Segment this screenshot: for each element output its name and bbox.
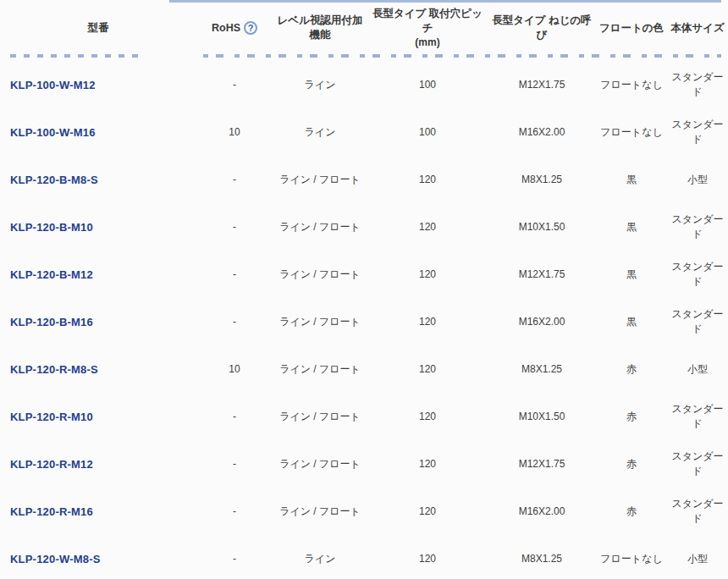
model-cell: KLP-120-B-M16	[0, 316, 196, 328]
model-link[interactable]: KLP-120-R-M8-S	[10, 363, 98, 376]
model-link[interactable]: KLP-120-B-M8-S	[10, 174, 98, 186]
hole-pitch-value: 120	[367, 505, 488, 517]
product-table: 型番 RoHS ? レベル視認用付加機能 長型タイプ 取付穴ピッチ (mm) 長…	[0, 0, 728, 54]
float-color-value: 黒	[596, 267, 667, 282]
model-cell: KLP-120-W-M8-S	[0, 553, 196, 565]
model-link[interactable]: KLP-120-B-M12	[10, 268, 93, 281]
table-row: KLP-120-R-M12 - ライン / フロート 120 M12X1.75 …	[0, 440, 728, 488]
model-cell: KLP-120-B-M10	[0, 221, 196, 234]
hole-pitch-value: 100	[367, 79, 488, 91]
model-cell: KLP-120-R-M16	[0, 505, 196, 518]
rohs-value: -	[196, 505, 273, 517]
screw-size-value: M12X1.75	[488, 458, 596, 470]
table-row: KLP-120-W-M8-S - ライン 120 M8X1.25 フロートなし …	[0, 535, 728, 579]
column-header-hole-pitch-label: 長型タイプ 取付穴ピッチ	[367, 7, 488, 36]
clipped-row-remnant-right	[203, 54, 721, 58]
level-function-value: ライン	[273, 552, 367, 566]
body-size-value: スタンダード	[667, 260, 728, 289]
model-cell: KLP-120-B-M8-S	[0, 174, 196, 186]
float-color-value: 赤	[596, 410, 667, 424]
level-function-value: ライン / フロート	[273, 220, 367, 234]
model-link[interactable]: KLP-120-B-M16	[10, 316, 93, 328]
body-size-value: スタンダード	[667, 212, 728, 241]
table-row: KLP-120-B-M16 - ライン / フロート 120 M16X2.00 …	[0, 298, 728, 345]
level-function-value: ライン / フロート	[273, 173, 367, 187]
model-link[interactable]: KLP-100-W-M12	[10, 79, 96, 91]
table-body: KLP-100-W-M12 - ライン 100 M12X1.75 フロートなし …	[0, 61, 728, 579]
table-row: KLP-100-W-M16 10 ライン 100 M16X2.00 フロートなし…	[0, 108, 728, 156]
float-color-value: フロートなし	[596, 552, 667, 566]
float-color-value: 黒	[596, 173, 667, 187]
table-row: KLP-120-R-M16 - ライン / フロート 120 M16X2.00 …	[0, 488, 728, 535]
table-row: KLP-120-R-M8-S 10 ライン / フロート 120 M8X1.25…	[0, 345, 728, 393]
table-row: KLP-120-R-M10 - ライン / フロート 120 M10X1.50 …	[0, 393, 728, 440]
model-cell: KLP-120-R-M8-S	[0, 363, 196, 376]
level-function-value: ライン / フロート	[273, 457, 367, 471]
column-header-float-color: フロートの色	[596, 21, 667, 36]
screw-size-value: M16X2.00	[488, 316, 596, 328]
level-function-value: ライン	[273, 78, 367, 92]
screw-size-value: M16X2.00	[488, 126, 596, 138]
float-color-value: フロートなし	[596, 78, 667, 92]
column-header-hole-pitch-unit: (mm)	[367, 36, 488, 49]
level-function-value: ライン	[273, 125, 367, 140]
rohs-value: -	[196, 221, 273, 233]
hole-pitch-value: 120	[367, 458, 488, 470]
column-header-hole-pitch: 長型タイプ 取付穴ピッチ (mm)	[367, 7, 488, 49]
column-header-body-size: 本体サイズ	[667, 21, 728, 36]
hole-pitch-value: 120	[367, 411, 488, 422]
screw-size-value: M8X1.25	[488, 174, 596, 185]
hole-pitch-value: 120	[367, 553, 488, 565]
body-size-value: 小型	[667, 173, 728, 187]
model-link[interactable]: KLP-120-R-M16	[10, 505, 93, 518]
hole-pitch-value: 120	[367, 174, 488, 185]
model-link[interactable]: KLP-120-W-M8-S	[10, 553, 101, 565]
rohs-value: -	[196, 553, 273, 565]
model-cell: KLP-100-W-M12	[0, 79, 196, 91]
model-link[interactable]: KLP-120-B-M10	[10, 221, 93, 234]
hole-pitch-value: 120	[367, 363, 488, 375]
hole-pitch-value: 120	[367, 316, 488, 328]
model-cell: KLP-120-R-M12	[0, 458, 196, 471]
column-header-model: 型番	[0, 21, 196, 36]
rohs-value: -	[196, 411, 273, 422]
hole-pitch-value: 120	[367, 221, 488, 233]
body-size-value: スタンダード	[667, 449, 728, 478]
rohs-value: -	[196, 174, 273, 185]
model-cell: KLP-120-R-M10	[0, 411, 196, 423]
model-link[interactable]: KLP-120-R-M10	[10, 411, 93, 423]
model-link[interactable]: KLP-100-W-M16	[10, 126, 96, 139]
table-row: KLP-100-W-M12 - ライン 100 M12X1.75 フロートなし …	[0, 61, 728, 108]
level-function-value: ライン / フロート	[273, 505, 367, 519]
model-link[interactable]: KLP-120-R-M12	[10, 458, 93, 471]
table-row: KLP-120-B-M12 - ライン / フロート 120 M12X1.75 …	[0, 251, 728, 298]
rohs-value: -	[196, 268, 273, 280]
rohs-help-icon[interactable]: ?	[244, 21, 257, 35]
screw-size-value: M10X1.50	[488, 411, 596, 422]
body-size-value: スタンダード	[667, 307, 728, 336]
body-size-value: 小型	[667, 362, 728, 377]
level-function-value: ライン / フロート	[273, 267, 367, 282]
column-header-rohs: RoHS ?	[196, 21, 273, 36]
rohs-value: 10	[196, 363, 273, 375]
rohs-value: 10	[196, 126, 273, 138]
screw-size-value: M8X1.25	[488, 363, 596, 375]
column-header-screw-size: 長型タイプ ねじの呼び	[488, 14, 596, 42]
column-header-level-function: レベル視認用付加機能	[273, 14, 367, 42]
hole-pitch-value: 120	[367, 268, 488, 280]
float-color-value: 黒	[596, 220, 667, 234]
table-row: KLP-120-B-M8-S - ライン / フロート 120 M8X1.25 …	[0, 156, 728, 203]
body-size-value: スタンダード	[667, 497, 728, 526]
screw-size-value: M12X1.75	[488, 79, 596, 91]
float-color-value: 赤	[596, 362, 667, 377]
model-cell: KLP-100-W-M16	[0, 126, 196, 139]
clipped-row-remnant-left	[10, 54, 144, 58]
body-size-value: スタンダード	[667, 118, 728, 146]
body-size-value: 小型	[667, 552, 728, 566]
rohs-value: -	[196, 458, 273, 470]
screw-size-value: M16X2.00	[488, 505, 596, 517]
level-function-value: ライン / フロート	[273, 410, 367, 424]
column-header-rohs-label: RoHS	[212, 21, 240, 36]
float-color-value: 赤	[596, 505, 667, 519]
screw-size-value: M12X1.75	[488, 268, 596, 280]
